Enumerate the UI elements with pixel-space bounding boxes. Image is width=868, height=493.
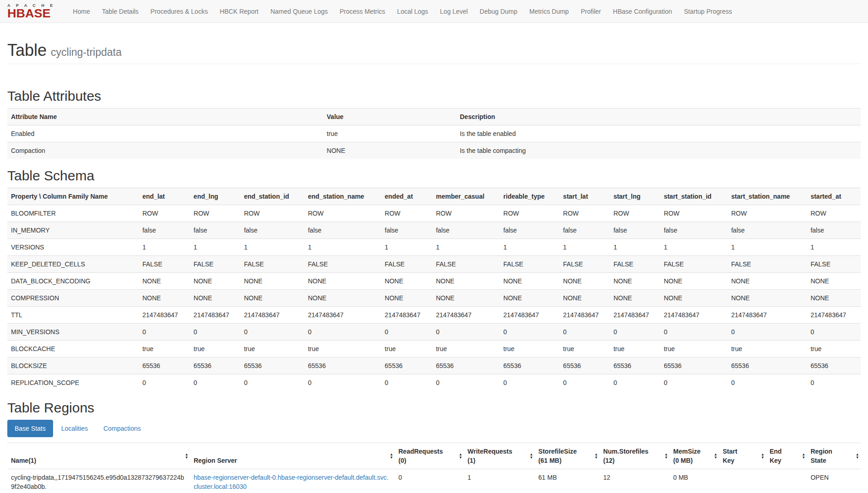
- schema-property-value: true: [807, 340, 861, 357]
- schema-property-value: ROW: [240, 205, 304, 222]
- schema-property-name: BLOCKSIZE: [7, 357, 139, 374]
- schema-property-value: 2147483647: [560, 306, 610, 323]
- schema-property-value: ROW: [304, 205, 381, 222]
- nav-item-process-metrics[interactable]: Process Metrics: [334, 0, 391, 23]
- schema-property-name: IN_MEMORY: [7, 222, 139, 238]
- schema-property-value: FALSE: [610, 255, 660, 272]
- page-subtitle: cycling-tripdata: [51, 46, 122, 58]
- schema-property-value: 0: [190, 323, 240, 340]
- schema-row-replication-scope: REPLICATION_SCOPE000000000000: [7, 374, 861, 391]
- regions-col-writerequests-1[interactable]: WriteRequests (1)▴▾: [464, 443, 535, 469]
- schema-property-value: 2147483647: [432, 306, 500, 323]
- regions-col-readrequests-0[interactable]: ReadRequests (0)▴▾: [395, 443, 464, 469]
- schema-property-value: 0: [500, 323, 560, 340]
- schema-family-end-station-name: end_station_name: [304, 188, 381, 205]
- schema-property-value: 2147483647: [728, 306, 807, 323]
- nav-item-log-level[interactable]: Log Level: [434, 0, 474, 23]
- top-navbar: A P A C H E HBASE HomeTable DetailsProce…: [0, 0, 868, 23]
- schema-row-bloomfilter: BLOOMFILTERROWROWROWROWROWROWROWROWROWRO…: [7, 205, 861, 222]
- regions-col-end-key[interactable]: End Key▴▾: [766, 443, 807, 469]
- region-write-requests: 1: [464, 469, 535, 493]
- schema-property-value: 1: [728, 238, 807, 255]
- schema-property-value: ROW: [728, 205, 807, 222]
- schema-property-value: 0: [304, 374, 381, 391]
- attribute-description: Is the table compacting: [456, 142, 861, 159]
- regions-col-start-key[interactable]: Start Key▴▾: [719, 443, 766, 469]
- sort-icon: ▴▾: [186, 453, 188, 459]
- regions-col-storefilesize-61-mb[interactable]: StorefileSize (61 MB)▴▾: [535, 443, 600, 469]
- nav-item-home[interactable]: Home: [67, 0, 96, 23]
- schema-property-value: 1: [610, 238, 660, 255]
- sort-down-arrow: ▾: [856, 456, 858, 459]
- schema-property-value: 65536: [560, 357, 610, 374]
- schema-property-value: NONE: [304, 272, 381, 289]
- tab-localities[interactable]: Localities: [54, 420, 95, 437]
- schema-property-value: 0: [304, 323, 381, 340]
- attributes-col-attribute-name: Attribute Name: [7, 108, 323, 125]
- sort-icon: ▴▾: [390, 453, 393, 459]
- region-mem-size: 0 MB: [669, 469, 719, 493]
- tab-compactions[interactable]: Compactions: [96, 420, 148, 437]
- schema-property-value: 0: [807, 323, 861, 340]
- table-regions-heading: Table Regions: [7, 400, 861, 415]
- schema-property-value: false: [500, 222, 560, 238]
- nav-item-metrics-dump[interactable]: Metrics Dump: [523, 0, 575, 23]
- schema-property-value: 0: [381, 323, 432, 340]
- attributes-body: EnabledtrueIs the table enabledCompactio…: [7, 125, 861, 159]
- regions-col-region-server[interactable]: Region Server▴▾: [190, 443, 395, 469]
- nav-item-local-logs[interactable]: Local Logs: [391, 0, 434, 23]
- nav-item-hbase-configuration[interactable]: HBase Configuration: [607, 0, 678, 23]
- attributes-col-value: Value: [323, 108, 456, 125]
- regions-col-memsize-0-mb[interactable]: MemSize (0 MB)▴▾: [669, 443, 719, 469]
- sort-icon: ▴▾: [665, 453, 668, 459]
- attribute-name: Enabled: [7, 125, 323, 142]
- schema-family-ended-at: ended_at: [381, 188, 432, 205]
- schema-property-value: 0: [432, 374, 500, 391]
- schema-property-value: 1: [304, 238, 381, 255]
- schema-property-value: 65536: [240, 357, 304, 374]
- schema-property-value: 2147483647: [139, 306, 190, 323]
- hbase-logo[interactable]: A P A C H E HBASE: [7, 4, 55, 19]
- schema-property-value: FALSE: [728, 255, 807, 272]
- schema-property-value: 65536: [190, 357, 240, 374]
- schema-property-value: true: [190, 340, 240, 357]
- regions-tabs: Base StatsLocalitiesCompactions: [7, 420, 861, 437]
- nav-item-hbck-report[interactable]: HBCK Report: [214, 0, 264, 23]
- schema-header-row: Property \ Column Family Nameend_latend_…: [7, 188, 861, 205]
- nav-item-procedures-locks[interactable]: Procedures & Locks: [145, 0, 214, 23]
- schema-row-ttl: TTL2147483647214748364721474836472147483…: [7, 306, 861, 323]
- schema-family-started-at: started_at: [807, 188, 861, 205]
- schema-property-value: true: [304, 340, 381, 357]
- schema-property-value: FALSE: [381, 255, 432, 272]
- schema-property-value: true: [139, 340, 190, 357]
- schema-property-value: false: [807, 222, 861, 238]
- table-attributes-table: Attribute NameValueDescription Enabledtr…: [7, 108, 861, 159]
- schema-property-value: FALSE: [660, 255, 728, 272]
- schema-property-value: false: [432, 222, 500, 238]
- attribute-description: Is the table enabled: [456, 125, 861, 142]
- schema-property-value: 0: [190, 374, 240, 391]
- tab-base-stats[interactable]: Base Stats: [7, 420, 53, 437]
- attribute-row-compaction: CompactionNONEIs the table compacting: [7, 142, 861, 159]
- schema-property-value: 1: [240, 238, 304, 255]
- regions-col-num-storefiles-12[interactable]: Num.Storefiles (12)▴▾: [599, 443, 669, 469]
- nav-item-startup-progress[interactable]: Startup Progress: [678, 0, 738, 23]
- nav-item-table-details[interactable]: Table Details: [96, 0, 145, 23]
- sort-down-arrow: ▾: [459, 456, 462, 459]
- region-server-link[interactable]: hbase-regionserver-default-0.hbase-regio…: [194, 474, 388, 490]
- schema-property-name: REPLICATION_SCOPE: [7, 374, 139, 391]
- schema-property-value: 1: [190, 238, 240, 255]
- schema-property-value: ROW: [560, 205, 610, 222]
- regions-col-region-state[interactable]: Region State▴▾: [807, 443, 861, 469]
- nav-item-named-queue-logs[interactable]: Named Queue Logs: [264, 0, 334, 23]
- nav-item-debug-dump[interactable]: Debug Dump: [474, 0, 523, 23]
- schema-property-value: ROW: [660, 205, 728, 222]
- region-read-requests: 0: [395, 469, 464, 493]
- schema-property-value: false: [560, 222, 610, 238]
- page-title: Tablecycling-tripdata: [7, 41, 861, 60]
- nav-items: HomeTable DetailsProcedures & LocksHBCK …: [67, 0, 738, 23]
- nav-item-profiler[interactable]: Profiler: [575, 0, 607, 23]
- sort-icon: ▴▾: [761, 453, 764, 459]
- regions-col-name-1[interactable]: Name(1)▴▾: [7, 443, 190, 469]
- schema-property-value: false: [728, 222, 807, 238]
